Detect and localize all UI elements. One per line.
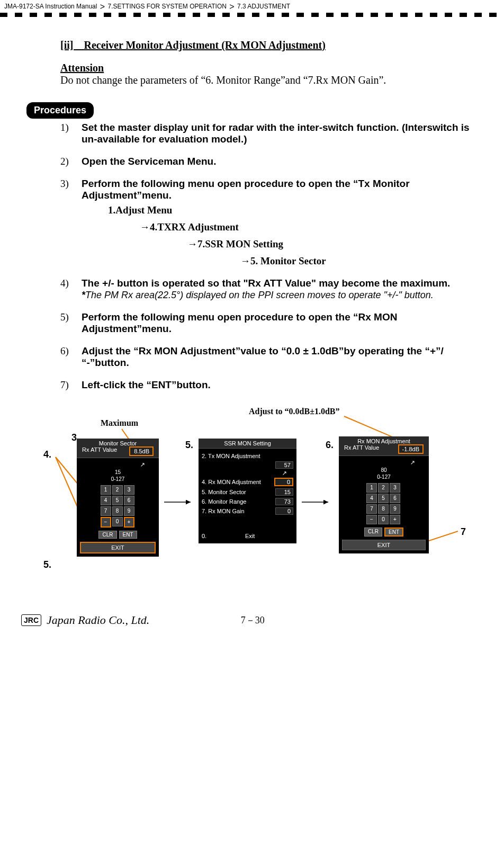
panel3-range: 0-127 [342,474,426,480]
panel3-value: -1.8dB [398,444,424,454]
section-title: [ii] Receiver Monitor Adjustment (Rx MON… [60,38,478,52]
procedures-label: Procedures [26,102,94,119]
callout-5b: 5. [185,440,193,451]
key-7[interactable]: 7 [101,506,111,516]
panel1-header: Monitor Sector Rx ATT Value 8.5dB [77,439,159,458]
procedure-list: Set the master display unit for radar wi… [60,122,478,391]
menu-l3: →7.SSR MON Setting [187,238,478,250]
step-7: Left-click the “ENT”button. [60,379,478,391]
attension-label: Attension [60,62,478,74]
page-number: 7－30 [86,614,419,627]
menu-item-rx-adj[interactable]: 4. Rx MON Adjustment 0 [202,477,293,487]
key-9[interactable]: 9 [124,506,134,516]
step-4-star: * [82,290,85,300]
key-8[interactable]: 8 [378,504,389,514]
key-6[interactable]: 6 [124,496,134,505]
key-3[interactable]: 3 [390,483,400,493]
menu-item-value: 57 [275,461,293,469]
step-5-text: Perform the following menu open procedur… [82,311,397,334]
key-8[interactable]: 8 [112,506,123,516]
callout-4: 4. [43,449,51,460]
keypad: 1 2 3 4 5 6 7 8 9 − 0 + [101,485,136,528]
panel-rx-mon: Rx MON Adjustment Rx ATT Value -1.8dB 80… [339,436,429,553]
menu-l1: 1.Adjust Menu [108,204,478,216]
key-2[interactable]: 2 [112,485,123,495]
panel3-title2: Rx ATT Value [344,444,379,454]
key-1[interactable]: 1 [366,483,377,493]
key-0[interactable]: 0 [112,517,123,526]
breadcrumb: JMA-9172-SA Instruction Manual > 7.SETTI… [0,0,504,13]
jrc-logo: JRC [21,614,41,626]
doc-title: JMA-9172-SA Instruction Manual [4,3,97,10]
step-4: The +/- button is operated so that "Rx A… [60,278,478,301]
key-1[interactable]: 1 [101,485,111,495]
exit-row[interactable]: 0. Exit [202,532,293,540]
menu-item-gain[interactable]: 7. Rx MON Gain 0 [202,506,293,516]
step-3: Perform the following menu open procedur… [60,178,478,267]
panel3-header: Rx MON Adjustment Rx ATT Value -1.8dB [339,436,429,456]
panel3-cur: 80 [342,467,426,473]
key-minus[interactable]: − [101,517,111,528]
key-4[interactable]: 4 [101,496,111,505]
cursor-icon [80,461,156,468]
menu-item-value: 15 [275,488,293,496]
panel2-title: SSR MON Setting [199,439,296,449]
step-2-text: Open the Serviceman Menu. [82,156,216,167]
key-0[interactable]: 0 [378,515,389,524]
menu-item-label: 4. Rx MON Adjustment [202,479,261,485]
key-minus[interactable]: − [366,515,377,524]
exit-button[interactable]: EXIT [80,542,156,553]
ent-button[interactable]: ENT [119,531,137,539]
key-3[interactable]: 3 [124,485,134,495]
key-7[interactable]: 7 [366,504,377,514]
step-1: Set the master display unit for radar wi… [60,122,478,145]
step-4-text: The +/- button is operated so that "Rx A… [82,278,450,289]
step-5: Perform the following menu open procedur… [60,311,478,335]
key-5[interactable]: 5 [378,494,389,503]
menu-item-sector[interactable]: 5. Monitor Sector 15 [202,487,293,497]
key-plus[interactable]: + [390,515,400,524]
menu-item-tx-val: 57 [202,460,293,470]
menu-item-value: 73 [275,498,293,505]
panel1-value: 8.5dB [129,446,154,456]
clr-button[interactable]: CLR [364,528,382,537]
clr-button[interactable]: CLR [98,531,116,539]
panel1-title1: Monitor Sector [80,440,156,446]
step-2: Open the Serviceman Menu. [60,156,478,167]
step-7-text: Left-click the “ENT”button. [82,379,211,390]
exit-num: 0. [202,533,206,539]
exit-label: Exit [206,533,293,539]
cursor-icon [342,459,426,466]
step-6: Adjust the “Rx MON Adjustment”value to “… [60,345,478,369]
panel-ssr-mon: SSR MON Setting 2. Tx MON Adjustment 57 … [199,439,296,543]
callout-6: 6. [326,440,334,451]
crumb-1: 7.SETTINGS FOR SYSTEM OPERATION [107,3,226,10]
key-2[interactable]: 2 [378,483,389,493]
divider [0,13,504,17]
key-plus[interactable]: + [124,517,134,528]
key-4[interactable]: 4 [366,494,377,503]
key-9[interactable]: 9 [390,504,400,514]
key-6[interactable]: 6 [390,494,400,503]
step-4-note: The PM Rx area(22.5°) displayed on the P… [85,290,434,300]
keypad: 1 2 3 4 5 6 7 8 9 − 0 + [366,483,401,524]
menu-item-tx[interactable]: 2. Tx MON Adjustment [202,452,293,460]
ent-button[interactable]: ENT [384,528,403,537]
step-6-text: Adjust the “Rx MON Adjustment”value to “… [82,345,444,368]
key-5[interactable]: 5 [112,496,123,505]
menu-item-label: 6. Monitor Range [202,498,246,505]
callout-5a: 5. [43,559,51,570]
figure-area: Maximum Adjust to “0.0dB±1.0dB” 3. 4. 5.… [26,407,478,608]
menu-item-value: 0 [274,478,293,486]
annot-maximum: Maximum [101,418,138,428]
menu-path: 1.Adjust Menu →4.TXRX Adjustment →7.SSR … [82,204,478,267]
panel1-range: 0-127 [80,476,156,482]
cursor-icon [202,470,293,477]
chevron-right-icon: > [100,2,105,11]
panel1-cur: 15 [80,469,156,475]
exit-button[interactable]: EXIT [342,540,426,550]
menu-l4: →5. Monitor Sector [240,255,478,267]
menu-item-label: 7. Rx MON Gain [202,508,245,514]
menu-item-label: 2. Tx MON Adjustment [202,453,260,459]
menu-item-range[interactable]: 6. Monitor Range 73 [202,497,293,506]
